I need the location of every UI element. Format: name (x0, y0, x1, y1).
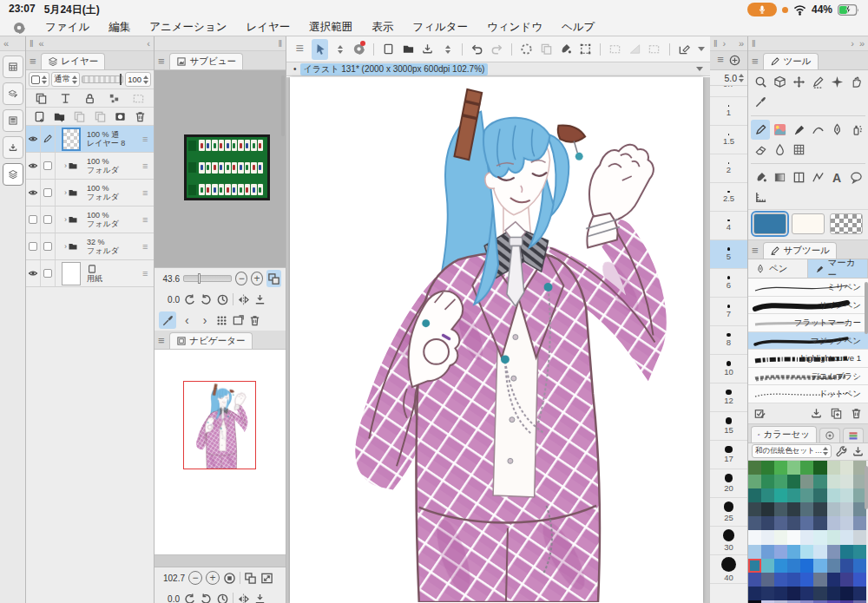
eyedropper-tool[interactable] (751, 92, 770, 112)
color-swatch[interactable] (840, 461, 853, 475)
canvas-tab-chevron-icon[interactable] (696, 67, 703, 71)
ruler-tool[interactable] (751, 187, 770, 207)
color-swatch[interactable] (853, 587, 866, 600)
menu-item[interactable]: 選択範囲 (309, 20, 352, 35)
fit-height-icon[interactable] (253, 593, 266, 603)
delete-layer-icon[interactable] (134, 110, 147, 123)
command-redo[interactable] (489, 39, 506, 60)
main-color-swatch[interactable] (753, 213, 786, 234)
layer-handle-icon[interactable]: ≡ (142, 241, 154, 252)
canvas-title-bar[interactable]: • イラスト 131* (2000 x 3000px 600dpi 102.7%… (286, 62, 710, 76)
color-swatch[interactable] (800, 516, 813, 530)
brush-size-option[interactable]: 1.5 (710, 126, 747, 154)
layer-opacity-value[interactable]: 100 (125, 72, 151, 87)
subtool-brush-row[interactable]: デニムブラシ (748, 368, 868, 386)
balloon-tool[interactable] (846, 167, 865, 187)
color-swatch[interactable] (761, 559, 774, 573)
menu-item[interactable]: ファイル (45, 20, 89, 35)
color-swatch[interactable] (827, 502, 840, 516)
command-select-rect[interactable] (607, 39, 624, 60)
color-swatch[interactable] (787, 502, 800, 516)
decoration-tool[interactable] (770, 120, 789, 140)
command-menu-icon[interactable]: ≡ (292, 39, 309, 60)
next-image-button[interactable]: › (198, 313, 213, 327)
fit-height-icon[interactable] (253, 293, 266, 306)
color-swatch[interactable] (827, 516, 840, 530)
command-undo[interactable] (469, 39, 486, 60)
layer-mask-icon[interactable] (114, 110, 127, 123)
rotate-left-icon[interactable] (183, 293, 196, 306)
brush-size-option[interactable]: 15 (710, 412, 747, 441)
command-updown-icon[interactable] (331, 39, 348, 60)
brush-size-option[interactable]: 6 (710, 269, 747, 298)
edit-colorset-icon[interactable] (835, 445, 848, 458)
previous-image-button[interactable]: ‹ (180, 313, 194, 327)
color-swatch[interactable] (813, 516, 826, 530)
color-swatch[interactable] (813, 559, 826, 573)
blend-mode-select[interactable]: 通常 (51, 72, 80, 87)
gpen-tool[interactable] (827, 120, 846, 140)
merge-down-icon[interactable] (73, 110, 86, 123)
color-swatch[interactable] (774, 559, 787, 573)
color-swatch[interactable] (748, 530, 761, 544)
color-swatch[interactable] (840, 545, 853, 559)
layer-row[interactable]: › 100 %フォルダ ≡ (26, 180, 154, 206)
zoom-in-button[interactable]: + (251, 272, 263, 285)
command-paste[interactable] (537, 39, 555, 60)
color-swatch[interactable] (813, 573, 826, 587)
layer-handle-icon[interactable]: ≡ (142, 268, 154, 279)
color-swatch[interactable] (827, 587, 840, 600)
color-swatch[interactable] (787, 488, 800, 502)
color-swatch[interactable] (787, 530, 800, 544)
figure-tool[interactable] (808, 167, 827, 187)
tab-subview[interactable]: サブビュー (169, 53, 243, 69)
brush-size-option[interactable]: 12 (710, 383, 747, 412)
color-swatch[interactable] (761, 461, 774, 475)
fill-tool[interactable] (751, 167, 770, 187)
subtool-scrollbar[interactable] (865, 282, 868, 334)
layer-thumbnail-selector[interactable] (29, 72, 49, 87)
color-swatch[interactable] (813, 488, 826, 502)
nav-zoom-out-button[interactable]: − (188, 571, 202, 585)
color-swatch[interactable] (840, 516, 853, 530)
layer-handle-icon[interactable]: ≡ (142, 214, 154, 225)
color-swatch[interactable] (800, 461, 813, 475)
color-swatch[interactable] (761, 475, 774, 488)
brush-size-option[interactable]: 5 (710, 240, 747, 269)
command-new-canvas[interactable] (380, 39, 398, 60)
subtool-brush-row[interactable]: マジックペン (748, 332, 868, 351)
subtool-brush-row[interactable]: ミリペン (748, 279, 868, 297)
zoom-out-button[interactable]: − (235, 272, 247, 285)
layer-visibility-toggle[interactable] (26, 206, 41, 233)
panel-menu-icon[interactable]: ≡ (158, 55, 165, 68)
command-select-shade[interactable] (626, 39, 643, 60)
color-swatch[interactable] (774, 461, 787, 475)
brush-size-option[interactable]: 7 (710, 298, 747, 326)
colorset-preset-select[interactable]: 和の伝統色セット (色名順 (752, 444, 832, 458)
command-fill-shape[interactable] (557, 39, 575, 60)
rotate-left-icon[interactable] (183, 593, 196, 603)
color-swatch[interactable] (761, 488, 774, 502)
panel-menu-icon[interactable]: ≡ (752, 55, 759, 68)
brush-size-option[interactable]: 25 (710, 498, 747, 527)
color-swatch[interactable] (761, 516, 774, 530)
layer-handle-icon[interactable]: ≡ (142, 134, 154, 144)
color-swatch[interactable] (787, 545, 800, 559)
color-swatch[interactable] (840, 559, 853, 573)
move-layer-tool[interactable] (789, 72, 808, 92)
color-swatch[interactable] (787, 587, 800, 600)
color-swatch[interactable] (840, 475, 853, 488)
color-swatch[interactable] (827, 530, 840, 544)
color-swatch[interactable] (748, 488, 761, 502)
edge-button-layer-property-panel[interactable] (3, 82, 23, 105)
import-colorset-icon[interactable] (852, 445, 865, 458)
menu-item[interactable]: フィルター (412, 20, 468, 35)
brush-size-option[interactable]: 2 (710, 154, 747, 183)
panel-menu-icon[interactable]: ≡ (752, 244, 759, 257)
flip-horizontal-icon[interactable] (237, 293, 250, 306)
lock-transparent-pixels-icon[interactable] (108, 92, 121, 105)
color-swatch[interactable] (787, 461, 800, 475)
new-folder-icon[interactable] (53, 110, 66, 123)
layer-check-cell[interactable] (41, 260, 56, 286)
layer-row[interactable]: › 100 %フォルダ ≡ (26, 153, 154, 180)
